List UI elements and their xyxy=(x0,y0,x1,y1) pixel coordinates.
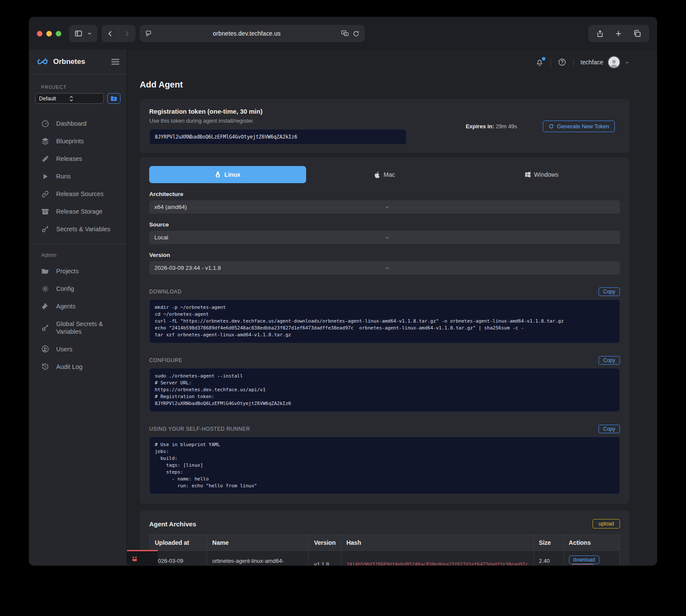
sidebar-item-label: Blueprints xyxy=(56,137,84,145)
browser-window: orbnetes.dev.techface.us A # xyxy=(29,17,657,565)
brand-row: Orbnetes xyxy=(29,50,126,74)
link-icon xyxy=(41,190,49,198)
new-tab-icon[interactable] xyxy=(614,30,623,38)
sidebar-item-dashboard[interactable]: Dashboard xyxy=(29,115,126,133)
sidebar-item-release-storage[interactable]: Release Storage xyxy=(29,203,126,220)
sidebar-item-projects[interactable]: Projects xyxy=(29,263,126,280)
cell-uploaded-at: 2026-03-09 23:44:39 xyxy=(150,551,207,566)
sidebar-item-audit-log[interactable]: Audit Log xyxy=(29,358,126,375)
cell-version: v1.1.8 xyxy=(309,551,341,566)
sidebar-chevron-down-icon[interactable] xyxy=(87,31,92,36)
col-name: Name xyxy=(207,535,309,551)
forward-icon[interactable] xyxy=(123,30,130,37)
bug-icon xyxy=(131,555,138,562)
configure-code-block[interactable]: sudo ./orbnetes-agent --install # Server… xyxy=(149,368,620,412)
address-bar[interactable]: orbnetes.dev.techface.us A # xyxy=(140,25,365,42)
main-nav: Dashboard Blueprints Releases xyxy=(29,115,126,238)
download-button[interactable]: download xyxy=(569,556,599,564)
delete-button[interactable]: delete xyxy=(572,564,594,565)
topbar: techface xyxy=(140,50,629,70)
sidebar-item-global-secrets[interactable]: Global Secrets & Variables xyxy=(29,315,126,340)
orbnetes-logo-icon xyxy=(36,57,49,66)
expires-label: Expires in: xyxy=(466,123,494,130)
upload-button[interactable]: upload xyxy=(593,519,620,528)
version-select[interactable]: 2026-03-09 23:44 - v1.1.8 xyxy=(149,261,620,275)
username: techface xyxy=(581,59,603,66)
sidebar-item-runs[interactable]: Runs xyxy=(29,168,126,185)
sidebar-item-label: Dashboard xyxy=(56,120,87,127)
window-controls xyxy=(37,31,61,36)
copy-configure-button[interactable]: Copy xyxy=(599,356,620,365)
sidebar-item-config[interactable]: Config xyxy=(29,280,126,298)
sidebar-item-label: Releases xyxy=(56,155,82,163)
archive-icon xyxy=(41,208,49,216)
translate-icon[interactable]: A # xyxy=(341,30,349,37)
download-code-block[interactable]: mkdir -p ~/orbnetes-agent cd ~/orbnetes-… xyxy=(149,299,620,343)
page-settings-icon[interactable] xyxy=(145,30,153,37)
tabs-overview-icon[interactable] xyxy=(633,29,641,38)
sidebar-item-release-sources[interactable]: Release Sources xyxy=(29,185,126,203)
copy-runner-button[interactable]: Copy xyxy=(599,425,620,433)
close-window-button[interactable] xyxy=(37,31,42,36)
sidebar-item-label: Secrets & Variables xyxy=(56,225,110,233)
admin-section-label: Admin xyxy=(41,252,126,258)
menu-hamburger-icon[interactable] xyxy=(111,59,120,65)
source-select[interactable]: Local xyxy=(149,231,620,244)
project-select[interactable]: Default xyxy=(35,93,104,104)
layers-icon xyxy=(41,137,49,145)
history-icon xyxy=(41,362,49,371)
topbar-divider xyxy=(573,58,574,66)
archives-table: Uploaded at Name Version Hash Size Actio… xyxy=(149,534,620,565)
source-value: Local xyxy=(154,234,385,241)
chevron-down-icon xyxy=(385,205,615,210)
browser-chrome: orbnetes.dev.techface.us A # xyxy=(29,17,657,50)
sidebar-item-blueprints[interactable]: Blueprints xyxy=(29,133,126,150)
url-text[interactable]: orbnetes.dev.techface.us xyxy=(153,30,341,37)
notifications-bell-icon[interactable] xyxy=(536,58,544,66)
col-actions: Actions xyxy=(563,535,620,551)
tab-windows[interactable]: Windows xyxy=(463,166,620,183)
version-value: 2026-03-09 23:44 - v1.1.8 xyxy=(154,265,385,271)
token-value-field[interactable]: 8JYRPVl2uXRNbadBoQ6LzEFMlG4GvOtyejtZ6VW6… xyxy=(149,129,406,145)
runner-code-block[interactable]: # Use in blueprint YAML jobs: build: tag… xyxy=(149,437,620,494)
tab-mac[interactable]: Mac xyxy=(306,166,463,183)
sidebar-item-label: Release Storage xyxy=(56,208,102,215)
sidebar-item-releases[interactable]: Releases xyxy=(29,150,126,168)
expires-value: 29m 49s xyxy=(496,123,517,130)
tab-mac-label: Mac xyxy=(384,171,395,178)
apple-icon xyxy=(374,171,380,178)
linux-penguin-icon xyxy=(215,171,221,178)
dev-tools-badge[interactable] xyxy=(127,550,158,565)
col-uploaded-at: Uploaded at xyxy=(150,535,207,551)
sidebar-item-secrets-variables[interactable]: Secrets & Variables xyxy=(29,220,126,238)
minimize-window-button[interactable] xyxy=(46,31,52,36)
reload-icon[interactable] xyxy=(352,30,360,37)
main-content: techface Add Agent Registration token (o… xyxy=(127,50,657,565)
share-icon[interactable] xyxy=(596,30,604,38)
architecture-label: Architecture xyxy=(149,191,620,197)
back-icon[interactable] xyxy=(107,30,114,37)
tab-windows-label: Windows xyxy=(534,171,559,178)
tab-linux[interactable]: Linux xyxy=(149,166,306,183)
sidebar-item-label: Config xyxy=(56,285,74,293)
zoom-window-button[interactable] xyxy=(56,31,61,36)
nav-buttons-group xyxy=(102,25,135,42)
sidebar-toggle-icon[interactable] xyxy=(74,29,83,38)
select-updown-icon xyxy=(69,96,100,102)
copy-download-button[interactable]: Copy xyxy=(599,287,620,296)
gear-icon xyxy=(41,285,49,293)
sidebar-item-label: Runs xyxy=(56,172,71,180)
chevron-down-icon xyxy=(385,266,615,271)
help-icon[interactable] xyxy=(558,58,566,66)
generate-new-token-button[interactable]: Generate New Token xyxy=(543,121,615,132)
sidebar-item-agents[interactable]: Agents xyxy=(29,298,126,315)
add-project-button[interactable] xyxy=(107,93,120,104)
agent-archives-card: Agent Archives upload Uploaded at Name V… xyxy=(140,510,629,565)
user-menu[interactable]: techface xyxy=(581,56,629,69)
architecture-select[interactable]: x64 (amd64) xyxy=(149,200,620,214)
project-section-label: PROJECT xyxy=(41,85,126,90)
puzzle-icon xyxy=(41,302,49,311)
version-field: Version 2026-03-09 23:44 - v1.1.8 xyxy=(149,252,620,275)
key-icon xyxy=(41,324,49,332)
sidebar-item-users[interactable]: Users xyxy=(29,340,126,358)
